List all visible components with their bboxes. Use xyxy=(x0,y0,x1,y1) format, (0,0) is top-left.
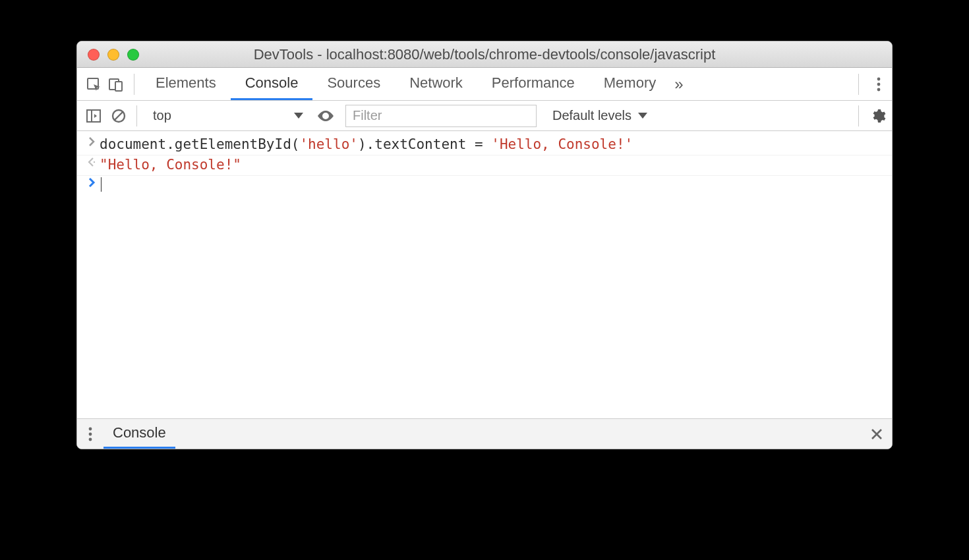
filter-placeholder: Filter xyxy=(353,108,382,123)
drawer-tab-console[interactable]: Console xyxy=(103,419,175,449)
console-prompt-row[interactable] xyxy=(77,176,892,196)
traffic-lights xyxy=(88,49,139,61)
console-input-row: document.getElementById('hello').textCon… xyxy=(77,135,892,155)
clear-console-icon[interactable] xyxy=(107,109,130,123)
panel-tabs: ElementsConsoleSourcesNetworkPerformance… xyxy=(141,68,670,100)
tab-elements[interactable]: Elements xyxy=(141,68,231,100)
svg-point-10 xyxy=(324,114,327,117)
tab-network[interactable]: Network xyxy=(395,68,477,100)
chevron-down-icon xyxy=(638,113,647,119)
tab-sources[interactable]: Sources xyxy=(312,68,395,100)
svg-point-11 xyxy=(94,161,95,163)
svg-rect-2 xyxy=(115,82,122,91)
filter-input[interactable]: Filter xyxy=(345,105,537,127)
result-chevron-icon xyxy=(84,157,100,167)
tab-performance[interactable]: Performance xyxy=(477,68,589,100)
minimize-window-button[interactable] xyxy=(107,49,119,61)
chevron-down-icon xyxy=(294,113,303,119)
console-settings-icon[interactable] xyxy=(864,108,892,124)
tab-label: Sources xyxy=(327,74,380,92)
input-chevron-icon xyxy=(84,136,100,147)
log-levels-select[interactable]: Default levels xyxy=(552,108,647,123)
svg-point-12 xyxy=(89,427,92,430)
separator xyxy=(858,105,859,126)
drawer: Console xyxy=(77,418,892,449)
drawer-menu-icon[interactable] xyxy=(77,419,103,449)
close-drawer-icon[interactable] xyxy=(862,419,892,449)
drawer-tab-label: Console xyxy=(113,424,166,441)
titlebar: DevTools - localhost:8080/web/tools/chro… xyxy=(77,42,892,68)
prompt-chevron-icon xyxy=(84,177,100,188)
tab-console[interactable]: Console xyxy=(231,68,313,100)
separator xyxy=(136,105,137,126)
inspect-element-icon[interactable] xyxy=(82,76,105,92)
devtools-window: DevTools - localhost:8080/web/tools/chro… xyxy=(76,41,893,449)
tab-label: Console xyxy=(245,74,299,92)
code-text: "Hello, Console!" xyxy=(100,157,241,173)
svg-rect-6 xyxy=(87,110,100,122)
live-expression-icon[interactable] xyxy=(312,109,339,123)
svg-point-5 xyxy=(877,88,881,91)
svg-point-3 xyxy=(877,77,881,80)
tab-memory[interactable]: Memory xyxy=(589,68,670,100)
device-toggle-icon[interactable] xyxy=(105,76,127,92)
execution-context-label: top xyxy=(153,108,171,123)
zoom-window-button[interactable] xyxy=(127,49,139,61)
main-toolbar: ElementsConsoleSourcesNetworkPerformance… xyxy=(77,68,892,101)
separator xyxy=(134,74,134,95)
devtools-menu-icon[interactable] xyxy=(866,77,892,92)
window-title: DevTools - localhost:8080/web/tools/chro… xyxy=(77,46,892,63)
toggle-sidebar-icon[interactable] xyxy=(82,109,105,123)
tab-label: Elements xyxy=(156,74,216,92)
svg-point-4 xyxy=(877,82,881,86)
tab-label: Network xyxy=(409,74,463,92)
execution-context-select[interactable]: top xyxy=(146,105,310,127)
console-toolbar: top Filter Default levels xyxy=(77,101,892,131)
svg-line-9 xyxy=(115,112,123,120)
separator xyxy=(858,74,859,95)
code-text: document.getElementById('hello').textCon… xyxy=(100,136,633,152)
text-caret xyxy=(101,177,102,192)
svg-point-14 xyxy=(89,437,92,441)
console-prompt-input[interactable] xyxy=(100,177,102,193)
console-output[interactable]: document.getElementById('hello').textCon… xyxy=(77,131,892,418)
tab-label: Performance xyxy=(492,74,575,92)
log-levels-label: Default levels xyxy=(552,108,631,123)
more-tabs-icon[interactable]: » xyxy=(670,75,687,94)
svg-point-13 xyxy=(89,432,92,435)
tab-label: Memory xyxy=(604,74,656,92)
close-window-button[interactable] xyxy=(88,49,100,61)
console-result-row: "Hello, Console!" xyxy=(77,155,892,176)
